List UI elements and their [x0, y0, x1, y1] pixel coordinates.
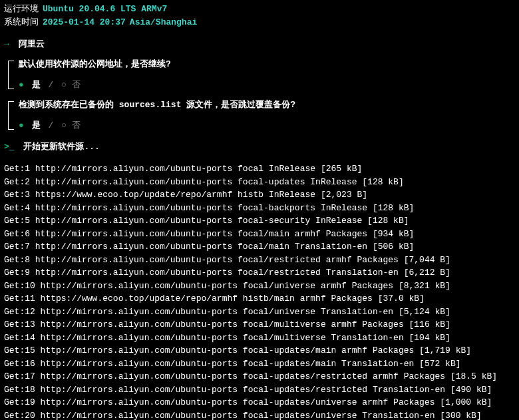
tree-bracket-icon [8, 61, 9, 89]
bullet-selected-icon: ● [19, 120, 24, 130]
answer-yes-2[interactable]: 是 [32, 120, 41, 130]
question-block-1: 默认使用软件源的公网地址，是否继续? ● 是 / ○ 否 [11, 58, 515, 92]
time-value: 2025-01-14 20:37 [43, 16, 126, 29]
apt-output-line: Get:12 http://mirrors.aliyun.com/ubuntu-… [4, 306, 515, 319]
time-tz: Asia/Shanghai [130, 16, 197, 29]
apt-output-line: Get:20 http://mirrors.aliyun.com/ubuntu-… [4, 409, 515, 421]
apt-get-output: Get:1 http://mirrors.aliyun.com/ubuntu-p… [4, 162, 515, 420]
question-text-2: 检测到系统存在已备份的 sources.list 源文件，是否跳过覆盖备份? [11, 99, 515, 112]
provider-line: → 阿里云 [4, 38, 515, 51]
env-info: 运行环境 Ubuntu 20.04.6 LTS ARMv7 [4, 3, 515, 16]
arrow-right-icon: → [4, 39, 9, 49]
apt-output-line: Get:14 http://mirrors.aliyun.com/ubuntu-… [4, 331, 515, 345]
apt-output-line: Get:5 http://mirrors.aliyun.com/ubuntu-p… [4, 214, 515, 228]
apt-output-line: Get:17 http://mirrors.aliyun.com/ubuntu-… [4, 370, 515, 383]
apt-output-line: Get:13 http://mirrors.aliyun.com/ubuntu-… [4, 318, 515, 331]
apt-output-line: Get:9 http://mirrors.aliyun.com/ubuntu-p… [4, 266, 515, 280]
apt-output-line: Get:4 http://mirrors.aliyun.com/ubuntu-p… [4, 202, 515, 215]
answer-no-2[interactable]: 否 [72, 120, 81, 130]
prompt-underscore-icon: _ [9, 142, 15, 152]
answer-yes-1[interactable]: 是 [32, 80, 41, 90]
answer-line-2[interactable]: ● 是 / ○ 否 [11, 119, 515, 132]
time-label: 系统时间 [4, 16, 39, 29]
apt-output-line: Get:6 http://mirrors.aliyun.com/ubuntu-p… [4, 228, 515, 241]
bullet-unselected-icon: ○ [61, 120, 67, 130]
apt-output-line: Get:18 http://mirrors.aliyun.com/ubuntu-… [4, 383, 515, 397]
apt-output-line: Get:7 http://mirrors.aliyun.com/ubuntu-p… [4, 240, 515, 254]
apt-output-line: Get:3 https://www.ecoo.top/update/repo/a… [4, 188, 515, 202]
answer-separator: / [48, 80, 53, 90]
apt-output-line: Get:19 http://mirrors.aliyun.com/ubuntu-… [4, 396, 515, 409]
answer-line-1[interactable]: ● 是 / ○ 否 [11, 79, 515, 92]
time-info: 系统时间 2025-01-14 20:37 Asia/Shanghai [4, 16, 515, 29]
env-label: 运行环境 [4, 3, 39, 16]
apt-output-line: Get:8 http://mirrors.aliyun.com/ubuntu-p… [4, 254, 515, 267]
bullet-selected-icon: ● [19, 80, 24, 90]
apt-output-line: Get:11 https://www.ecoo.top/update/repo/… [4, 292, 515, 306]
question-text-1: 默认使用软件源的公网地址，是否继续? [11, 58, 515, 71]
apt-output-line: Get:2 http://mirrors.aliyun.com/ubuntu-p… [4, 176, 515, 189]
provider-name: 阿里云 [19, 39, 45, 49]
env-value: Ubuntu 20.04.6 LTS ARMv7 [43, 3, 167, 16]
start-update-line: >_ 开始更新软件源... [4, 140, 515, 154]
apt-output-line: Get:15 http://mirrors.aliyun.com/ubuntu-… [4, 344, 515, 357]
answer-no-1[interactable]: 否 [72, 80, 81, 90]
answer-separator: / [48, 120, 53, 130]
prompt-caret-icon: > [4, 142, 9, 152]
apt-output-line: Get:10 http://mirrors.aliyun.com/ubuntu-… [4, 280, 515, 293]
question-block-2: 检测到系统存在已备份的 sources.list 源文件，是否跳过覆盖备份? ●… [11, 99, 515, 132]
bullet-unselected-icon: ○ [61, 80, 67, 90]
apt-output-line: Get:1 http://mirrors.aliyun.com/ubuntu-p… [4, 162, 515, 176]
apt-output-line: Get:16 http://mirrors.aliyun.com/ubuntu-… [4, 357, 515, 371]
tree-bracket-icon [8, 101, 9, 130]
start-text: 开始更新软件源... [23, 142, 99, 152]
